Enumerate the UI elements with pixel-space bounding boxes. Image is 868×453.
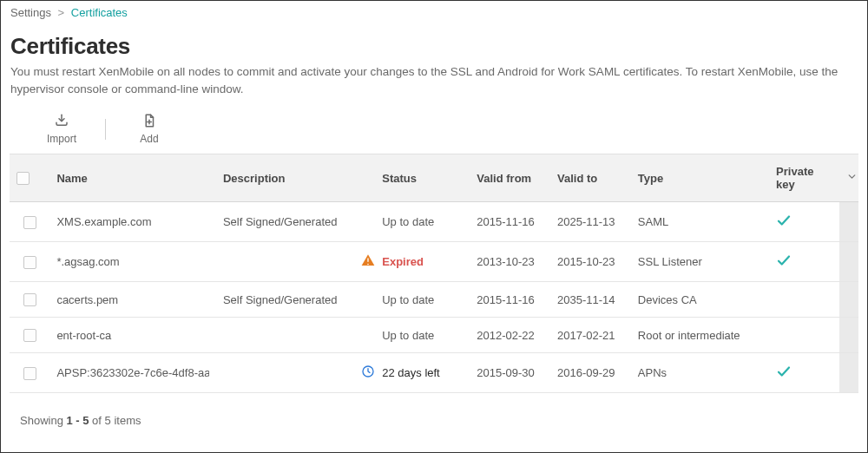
table-header-row: Name Description Status Valid from Valid…: [10, 154, 858, 202]
select-all-checkbox[interactable]: [16, 172, 30, 185]
check-icon: [776, 369, 792, 382]
breadcrumb: Settings > Certificates: [10, 6, 858, 19]
add-button-label: Add: [140, 133, 158, 145]
column-options[interactable]: [839, 154, 858, 202]
status-text: 22 days left: [382, 366, 440, 379]
chevron-down-icon: [846, 172, 858, 185]
breadcrumb-settings-link[interactable]: Settings: [10, 6, 51, 19]
row-trailing-cell: [839, 242, 858, 282]
cert-type: APNs: [638, 366, 667, 379]
cert-type: SSL Listener: [638, 255, 702, 268]
warning-triangle-icon: [361, 253, 375, 270]
header-valid-to[interactable]: Valid to: [550, 154, 631, 202]
showing-prefix: Showing: [20, 414, 66, 427]
status-text: Expired: [382, 255, 424, 268]
header-status[interactable]: Status: [354, 154, 470, 202]
add-button[interactable]: Add: [125, 113, 174, 145]
status-text: Up to date: [382, 293, 434, 306]
header-description[interactable]: Description: [216, 154, 354, 202]
breadcrumb-current: Certificates: [71, 6, 128, 19]
row-checkbox[interactable]: [23, 367, 36, 380]
valid-from: 2015-11-16: [477, 215, 535, 228]
row-checkbox[interactable]: [23, 293, 36, 306]
status-cell: Up to date: [361, 328, 463, 342]
header-name[interactable]: Name: [49, 154, 216, 202]
check-icon: [776, 218, 792, 231]
row-checkbox[interactable]: [23, 329, 36, 342]
cert-name: *.agsag.com: [56, 255, 209, 268]
header-valid-from[interactable]: Valid from: [470, 154, 550, 202]
valid-to: 2017-02-21: [557, 329, 615, 342]
status-icon-empty: [361, 292, 375, 306]
status-text: Up to date: [382, 329, 434, 342]
status-cell: Up to date: [361, 292, 463, 306]
valid-from: 2015-09-30: [477, 366, 535, 379]
certificates-table: Name Description Status Valid from Valid…: [10, 154, 858, 393]
valid-from: 2013-10-23: [477, 255, 535, 268]
import-button-label: Import: [47, 133, 76, 145]
status-icon-empty: [361, 215, 375, 229]
cert-description: Self Signed/Generated: [223, 293, 338, 306]
row-trailing-cell: [839, 282, 858, 318]
cert-name: ent-root-ca: [56, 329, 209, 342]
row-checkbox[interactable]: [23, 216, 36, 229]
table-row[interactable]: ent-root-caUp to date2012-02-222017-02-2…: [10, 318, 858, 353]
breadcrumb-separator: >: [58, 6, 65, 19]
showing-range: 1 - 5: [66, 414, 89, 427]
clock-icon: [361, 364, 375, 381]
valid-from: 2012-02-22: [477, 329, 535, 342]
cert-name: XMS.example.com: [56, 215, 209, 228]
header-private-key[interactable]: Private key: [769, 154, 839, 202]
showing-of: of: [89, 414, 105, 427]
row-checkbox[interactable]: [23, 256, 36, 269]
add-document-icon: [141, 113, 157, 131]
header-type[interactable]: Type: [631, 154, 769, 202]
cert-type: SAML: [638, 215, 668, 228]
import-button[interactable]: Import: [37, 113, 86, 145]
page-intro-text: You must restart XenMobile on all nodes …: [10, 63, 858, 97]
showing-items-suffix: items: [111, 414, 141, 427]
valid-from: 2015-11-16: [477, 293, 535, 306]
cert-description: Self Signed/Generated: [223, 215, 338, 228]
page-title: Certificates: [10, 33, 858, 60]
table-row[interactable]: APSP:3623302e-7c6e-4df8-aa9622 days left…: [10, 353, 858, 393]
valid-to: 2015-10-23: [557, 255, 615, 268]
row-trailing-cell: [839, 202, 858, 242]
status-icon-empty: [361, 328, 375, 342]
cert-name: APSP:3623302e-7c6e-4df8-aa96: [56, 366, 209, 379]
cert-type: Root or intermediate: [638, 329, 740, 342]
row-trailing-cell: [839, 353, 858, 393]
status-cell: Expired: [361, 253, 463, 270]
toolbar-separator: [105, 119, 106, 140]
table-row[interactable]: XMS.example.comSelf Signed/GeneratedUp t…: [10, 202, 858, 242]
showing-count: Showing 1 - 5 of 5 items: [20, 414, 858, 427]
row-trailing-cell: [839, 318, 858, 353]
valid-to: 2035-11-14: [557, 293, 615, 306]
valid-to: 2025-11-13: [557, 215, 615, 228]
download-tray-icon: [54, 113, 69, 131]
status-cell: Up to date: [361, 215, 463, 229]
check-icon: [776, 258, 792, 271]
table-row[interactable]: *.agsag.comExpired2013-10-232015-10-23SS…: [10, 242, 858, 282]
cert-type: Devices CA: [638, 293, 697, 306]
select-all-cell[interactable]: [10, 154, 49, 202]
table-row[interactable]: cacerts.pemSelf Signed/GeneratedUp to da…: [10, 282, 858, 318]
status-cell: 22 days left: [361, 364, 463, 381]
valid-to: 2016-09-29: [557, 366, 615, 379]
status-text: Up to date: [382, 215, 434, 228]
toolbar: Import Add: [10, 109, 858, 148]
cert-name: cacerts.pem: [56, 293, 209, 306]
showing-total: 5: [105, 414, 111, 427]
